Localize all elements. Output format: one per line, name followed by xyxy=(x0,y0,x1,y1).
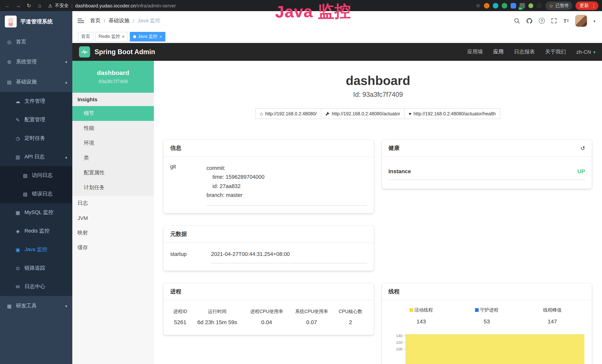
tab-java-monitor[interactable]: Java 监控 xyxy=(130,32,165,41)
extension-icon-dark[interactable] xyxy=(536,3,542,8)
caret-down-icon[interactable] xyxy=(593,17,595,24)
url-text[interactable]: dashboard.yudao.iocoder.cn/infra/admin-s… xyxy=(75,3,176,8)
sba-locale-select[interactable]: zh-CN xyxy=(576,49,595,55)
screen: 不安全 | dashboard.yudao.iocoder.cn/infra/a… xyxy=(0,0,602,364)
breadcrumb-separator: / xyxy=(104,18,105,24)
sba-item-caches[interactable]: 缓存 xyxy=(72,240,154,255)
sba-selected-app: dashboard 93a3fc7f7409 xyxy=(72,61,154,93)
sidebar-item-system-management[interactable]: 系统管理 xyxy=(0,52,72,72)
tab-home[interactable]: 首页 xyxy=(78,32,93,41)
link-label: http://192.168.0.2:48080/actuator/health xyxy=(413,111,495,116)
sidebar-toggle-icon[interactable] xyxy=(77,19,84,23)
sba-brand[interactable]: Spring Boot Admin xyxy=(95,48,155,56)
sidebar-item-config-management[interactable]: 配置管理 xyxy=(0,110,72,129)
app-logo xyxy=(5,16,17,27)
metadata-row-startup: startup 2021-04-27T00:44:31.254+08:00 xyxy=(170,247,367,264)
sba-item-environment[interactable]: 环境 xyxy=(72,136,154,150)
sidebar-item-label: 定时任务 xyxy=(24,135,45,142)
kebab-menu-icon[interactable] xyxy=(591,3,596,8)
extension-icon-green[interactable] xyxy=(502,3,507,8)
forward-icon[interactable] xyxy=(14,3,22,9)
sba-nav-about[interactable]: 关于我们 xyxy=(545,49,566,55)
git-branch-line: branch: master xyxy=(206,191,367,200)
sidebar-item-access-logs[interactable]: 访问日志 xyxy=(0,166,72,185)
cell-sys-cpu: 0.07 xyxy=(289,317,334,328)
y-tick-140: 140 xyxy=(388,334,402,338)
cell-proc-cpu: 0.04 xyxy=(244,317,289,328)
sba-item-logs[interactable]: 日志 xyxy=(72,196,154,211)
sidebar-item-infrastructure[interactable]: 基础设施 xyxy=(0,72,72,92)
sidebar-item-api-logs[interactable]: API 日志 xyxy=(0,148,72,166)
search-icon[interactable] xyxy=(514,18,520,24)
extension-icon-switch[interactable]: on xyxy=(519,3,525,8)
sidebar-item-file-management[interactable]: 文件管理 xyxy=(0,92,72,110)
close-icon[interactable] xyxy=(159,34,162,39)
home-icon[interactable] xyxy=(36,3,43,9)
smiley-icon xyxy=(548,3,554,8)
sba-item-metrics[interactable]: 性能 xyxy=(72,121,154,136)
back-icon[interactable] xyxy=(4,3,11,9)
chevron-down-icon xyxy=(65,304,67,308)
tab-label: Redis 监控 xyxy=(99,33,120,40)
tab-label: Java 监控 xyxy=(138,33,157,40)
metadata-card: 元数据 startup 2021-04-27T00:44:31.254+08:0… xyxy=(163,226,374,271)
sidebar-item-link-tracing[interactable]: 链路追踪 xyxy=(0,259,72,278)
sidebar-item-mysql-monitor[interactable]: MySQL 监控 xyxy=(0,203,72,222)
bookmark-star-icon[interactable] xyxy=(476,3,480,9)
breadcrumb-home[interactable]: 首页 xyxy=(90,17,100,24)
extension-icon-orange[interactable] xyxy=(484,3,489,8)
sba-nav-applications[interactable]: 应用 xyxy=(493,49,504,55)
instance-actuator-link[interactable]: http://192.168.0.2:48080/actuator xyxy=(321,108,405,119)
tab-bar: 首页 Redis 监控 Java 监控 xyxy=(72,30,602,43)
history-icon[interactable] xyxy=(580,145,585,151)
legend-daemon-value: 53 xyxy=(454,318,520,325)
sidebar-item-java-monitor[interactable]: Java 监控 xyxy=(0,240,72,259)
sidebar-item-dev-tools[interactable]: 研发工具 xyxy=(0,296,72,316)
sidebar-item-label: 访问日志 xyxy=(32,172,53,179)
col-header-sys-cpu: 系统CPU使用率 xyxy=(289,306,334,317)
sba-item-mappings[interactable]: 映射 xyxy=(72,225,154,240)
help-icon[interactable] xyxy=(539,18,545,24)
caret-down-icon xyxy=(593,49,595,55)
close-icon[interactable] xyxy=(122,34,125,39)
fullscreen-icon[interactable] xyxy=(551,18,557,24)
address-bar[interactable]: 不安全 | dashboard.yudao.iocoder.cn/infra/a… xyxy=(48,2,176,9)
refresh-icon[interactable] xyxy=(25,3,33,9)
sba-nav-wallboard[interactable]: 应用墙 xyxy=(467,49,483,55)
info-card: 信息 git commit: time: 1596289704000 id: 2… xyxy=(163,140,374,214)
font-size-icon[interactable] xyxy=(563,18,569,24)
extension-icon-teal[interactable] xyxy=(493,3,498,8)
instance-home-link[interactable]: http://192.168.0.2:48080/ xyxy=(256,108,321,119)
sidebar-item-log-center[interactable]: 日志中心 xyxy=(0,278,72,296)
sba-item-jvm[interactable]: JVM xyxy=(72,211,154,225)
url-host: dashboard.yudao.iocoder.cn xyxy=(75,3,136,8)
sidebar-item-redis-monitor[interactable]: Redis 监控 xyxy=(0,222,72,240)
sba-item-config-props[interactable]: 配置属性 xyxy=(72,165,154,180)
col-header-uptime: 运行时间 xyxy=(190,306,244,317)
sidebar-item-label: 文件管理 xyxy=(24,98,45,105)
sidebar-item-scheduled-tasks[interactable]: 定时任务 xyxy=(0,129,72,148)
sba-item-scheduled-tasks[interactable]: 计划任务 xyxy=(72,180,154,195)
cell-uptime: 6d 23h 15m 59s xyxy=(190,317,244,328)
sba-nav-journal[interactable]: 日志报表 xyxy=(514,49,535,55)
sba-item-classes[interactable]: 类 xyxy=(72,150,154,165)
health-row-instance[interactable]: Instance UP xyxy=(388,161,585,180)
sidebar-item-error-logs[interactable]: 错误日志 xyxy=(0,185,72,203)
tab-redis-monitor[interactable]: Redis 监控 xyxy=(95,32,128,41)
extension-icon-leaf[interactable] xyxy=(528,3,533,8)
profile-paused-badge[interactable]: 已暂停 xyxy=(545,1,572,10)
sba-header: Spring Boot Admin 应用墙 应用 日志报表 关于我们 zh-CN xyxy=(72,43,602,61)
instance-health-link[interactable]: http://192.168.0.2:48080/actuator/health xyxy=(404,108,500,119)
browser-update-button[interactable]: 更新 xyxy=(575,1,599,10)
breadcrumb-infrastructure[interactable]: 基础设施 xyxy=(109,17,129,24)
github-icon[interactable] xyxy=(526,18,532,24)
sba-sidebar: dashboard 93a3fc7f7409 Insights 细节 性能 环境… xyxy=(72,61,154,364)
log-center-icon xyxy=(15,284,21,289)
sidebar-item-home[interactable]: 首页 xyxy=(0,32,72,52)
security-label[interactable]: 不安全 xyxy=(55,2,69,9)
cards-grid: 信息 git commit: time: 1596289704000 id: 2… xyxy=(163,140,592,364)
user-avatar[interactable] xyxy=(575,15,587,27)
git-commit-line: commit: xyxy=(206,163,367,173)
extension-icon-blue[interactable] xyxy=(510,3,516,8)
sba-item-details[interactable]: 细节 xyxy=(72,106,154,121)
